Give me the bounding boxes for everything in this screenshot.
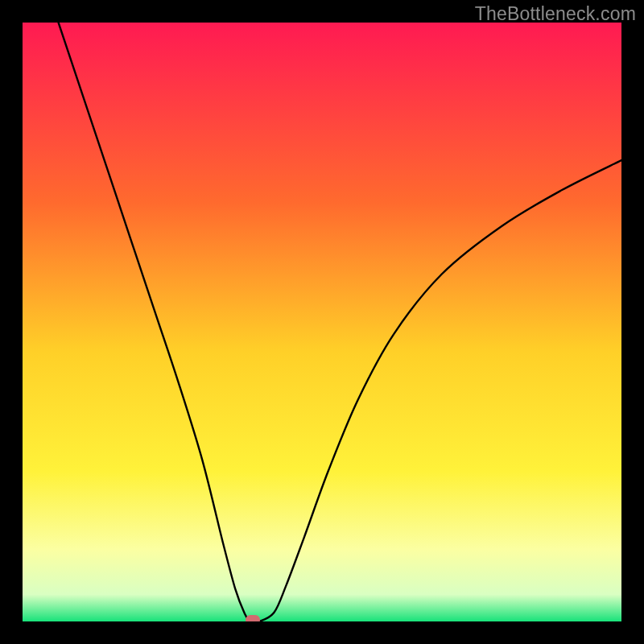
bottleneck-curve [59, 23, 621, 621]
curve-layer [23, 23, 621, 621]
plot-area [23, 23, 621, 621]
watermark-label: TheBottleneck.com [475, 3, 636, 25]
chart-stage: TheBottleneck.com [0, 0, 644, 644]
